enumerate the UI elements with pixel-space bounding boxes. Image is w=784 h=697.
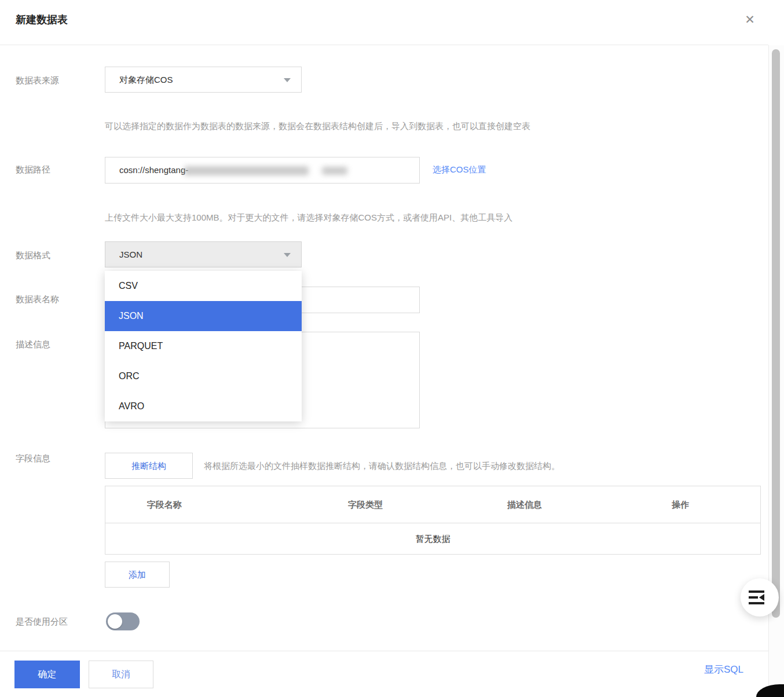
col-field-type: 字段类型 [348,486,383,523]
collapse-list-icon [749,590,765,605]
path-help-text: 上传文件大小最大支持100MB。对于更大的文件，请选择对象存储COS方式，或者使… [105,212,512,223]
caret-down-icon [284,78,291,82]
mouse-cursor [756,684,784,697]
format-option-orc[interactable]: ORC [105,361,302,391]
source-select-value: 对象存储COS [119,75,173,85]
col-description: 描述信息 [507,486,542,523]
scrollbar-thumb[interactable] [772,49,780,618]
path-input-value: cosn://shengtang- [119,165,188,175]
source-select[interactable]: 对象存储COS [105,67,302,93]
toggle-knob [108,614,122,629]
empty-table-text: 暂无数据 [105,523,760,554]
table-name-label: 数据表名称 [16,294,59,305]
format-dropdown: CSV JSON PARQUET ORC AVRO [105,271,302,421]
col-field-name: 字段名称 [147,486,182,523]
dialog-title: 新建数据表 [16,13,68,27]
format-option-csv[interactable]: CSV [105,271,302,301]
close-icon[interactable]: ✕ [741,11,759,28]
show-sql-link[interactable]: 显示SQL [704,663,743,676]
source-help-text: 可以选择指定的数据作为数据表的数据来源，数据会在数据表结构创建后，导入到数据表，… [105,121,530,132]
fields-table-header: 字段名称 字段类型 描述信息 操作 [105,486,760,523]
redacted-text-blur [184,166,309,175]
fields-label: 字段信息 [16,453,50,464]
add-field-button[interactable]: 添加 [105,562,170,588]
confirm-button[interactable]: 确定 [14,661,80,688]
source-label: 数据表来源 [16,75,59,86]
infer-structure-button[interactable]: 推断结构 [105,453,193,479]
format-label: 数据格式 [16,250,50,261]
choose-cos-link[interactable]: 选择COS位置 [433,164,486,175]
header-divider [0,45,768,45]
format-option-avro[interactable]: AVRO [105,391,302,421]
create-table-dialog: 新建数据表 ✕ 数据表来源 对象存储COS 可以选择指定的数据作为数据表的数据来… [0,0,784,697]
partition-toggle[interactable] [106,612,140,630]
format-option-parquet[interactable]: PARQUET [105,331,302,361]
description-label: 描述信息 [16,339,50,350]
cancel-button[interactable]: 取消 [89,661,153,688]
fields-table: 字段名称 字段类型 描述信息 操作 暂无数据 [105,486,761,555]
fields-help-text: 将根据所选最小的文件抽样数据推断结构，请确认数据结构信息，也可以手动修改数据结构… [204,461,713,472]
caret-down-icon [284,253,291,257]
partition-label: 是否使用分区 [16,617,68,628]
format-option-json[interactable]: JSON [105,301,302,331]
col-actions: 操作 [672,486,689,523]
format-select-value: JSON [119,250,142,259]
redacted-text-blur [322,167,347,175]
format-select[interactable]: JSON [105,241,302,267]
footer-divider [0,651,768,651]
collapse-panel-button[interactable] [741,578,779,617]
path-label: 数据路径 [16,164,50,175]
path-input[interactable]: cosn://shengtang- [105,157,420,184]
